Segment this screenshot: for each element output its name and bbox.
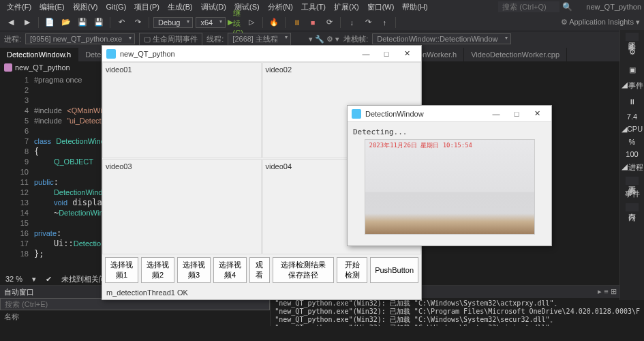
events-label[interactable]: ◢事件 [621,80,643,91]
frame-select[interactable]: DetectionWindow::DetectionWindow [372,33,510,44]
lifecycle-label[interactable]: ▢ 生命周期事件 [139,33,202,46]
video-cell-3[interactable]: video03 [102,159,262,255]
start-detection-button[interactable]: 开始检测 [337,257,367,283]
watch-button[interactable]: 观看 [249,257,269,283]
menu-ext[interactable]: 扩展(X) [330,1,363,14]
qt-icon [106,49,116,59]
new-file-icon[interactable]: 📄 [43,16,57,29]
save-icon[interactable]: 💾 [76,16,89,29]
button-row: 选择视频1 选择视频2 选择视频3 选择视频4 观看 选择检测结果保存路径 开始… [102,254,421,286]
menu-search[interactable]: 🔍 [498,1,572,12]
menu-bar: 文件(F) 编辑(E) 视图(V) Git(G) 项目(P) 生成(B) 调试(… [0,0,644,14]
nav-fwd-icon[interactable]: ▶ [20,16,34,29]
qt-main-status: m_detectionThread1 OK [102,286,421,299]
right-panel: 诊断工 ⚙ ▣ ◢事件 ⏸ 7.4 ◢CPU % 100 ◢进程 摘要 事件 内… [619,30,644,300]
menu-help[interactable]: 帮助(H) [398,1,431,14]
detection-window[interactable]: DetectionWindow — □ ✕ Detecting... 2023年… [347,105,552,246]
nav-back-icon[interactable]: ◀ [4,16,18,29]
select-video-4-button[interactable]: 选择视频4 [213,257,247,283]
video-feed: 2023年11月26日 星期日 10:15:54 [365,139,535,235]
open-icon[interactable]: 📂 [59,16,73,29]
menu-debug[interactable]: 调试(D) [197,1,230,14]
maximize-button[interactable]: □ [506,107,527,121]
maximize-button[interactable]: □ [376,47,397,61]
process-select[interactable]: [9956] new_QT_python.exe [25,33,135,44]
undo-icon[interactable]: ↶ [114,16,128,29]
proc-label[interactable]: ◢进程 [621,162,643,173]
minimize-button[interactable]: — [356,47,376,61]
step-out-icon[interactable]: ↑ [378,16,391,29]
thread-label: 线程: [206,34,224,44]
tab-detectionwindow-h[interactable]: DetectionWindow.h [0,48,78,61]
restart-icon[interactable]: ⟳ [322,16,336,29]
video-cell-1[interactable]: video01 [102,62,262,158]
process-label: 进程: [4,34,21,44]
frame-label: 堆栈帧: [343,34,368,44]
close-button[interactable]: ✕ [527,107,547,121]
select-video-2-button[interactable]: 选择视频2 [141,257,174,283]
tool-icon[interactable]: ▣ [626,63,639,76]
run-no-debug-icon[interactable]: ▷ [245,16,258,29]
close-button[interactable]: ✕ [397,47,417,61]
select-video-1-button[interactable]: 选择视频1 [105,257,138,283]
push-button[interactable]: PushButton [370,257,418,283]
qt-main-titlebar[interactable]: new_QT_python — □ ✕ [102,46,421,62]
autos-column-name: 名称 [0,310,270,323]
debug-output[interactable]: "new_QT_python.exe"(Win32): 已加载 "C:\Wind… [271,298,644,326]
diagnostics-tab[interactable]: 诊断工 [626,33,639,41]
platform-select[interactable]: x64 [196,17,226,28]
step-into-icon[interactable]: ↓ [345,16,358,29]
memory-tab[interactable]: 内存 [626,203,639,211]
menu-tools[interactable]: 工具(T) [297,1,330,14]
zoom-level[interactable]: 32 % [5,275,22,283]
video-timestamp: 2023年11月26日 星期日 10:15:54 [369,141,473,150]
breadcrumb-project: new_QT_python [15,63,70,72]
search-icon: 🔍 [562,2,572,12]
menu-window[interactable]: 窗口(W) [363,1,399,14]
cpu-label[interactable]: ◢CPU [622,125,643,134]
select-video-3-button[interactable]: 选择视频3 [177,257,211,283]
menu-file[interactable]: 文件(F) [3,1,35,14]
summary-tab[interactable]: 摘要 [626,177,639,185]
detection-title: DetectionWindow [365,110,482,118]
cpu-pct: % [629,138,636,146]
process-bar: 进程: [9956] new_QT_python.exe ▢ 生命周期事件 线程… [0,31,644,46]
settings-icon[interactable]: ⚙ [626,45,639,59]
project-icon [4,63,12,72]
menu-edit[interactable]: 编辑(E) [35,1,69,14]
qt-main-title: new_QT_python [120,50,352,58]
pause-icon-right[interactable]: ⏸ [626,95,639,108]
diag-value: 7.4 [627,113,637,121]
line-gutter: 123456789101112131415161718 [0,74,34,237]
menu-analyze[interactable]: 分析(N) [264,1,297,14]
redo-icon[interactable]: ↷ [131,16,144,29]
menu-view[interactable]: 视图(V) [69,1,102,14]
thread-select[interactable]: [2668] 主线程 [228,33,291,46]
stop-icon[interactable]: ■ [306,16,320,29]
detection-titlebar[interactable]: DetectionWindow — □ ✕ [348,106,551,122]
event-label: 事件 [625,189,640,199]
main-toolbar: ◀ ▶ 📄 📂 💾 💾 ↶ ↷ Debug x64 ▶ 继续(C) ▷ 🔥 ⏸ … [0,14,644,31]
detection-status: Detecting... [353,128,546,136]
hot-reload-icon[interactable]: 🔥 [267,16,281,29]
save-all-icon[interactable]: 💾 [92,16,106,29]
pause-icon[interactable]: ⏸ [290,16,303,29]
config-select[interactable]: Debug [153,17,193,28]
no-issues-icon: ✔ [46,275,52,284]
menu-git[interactable]: Git(G) [102,1,130,12]
qt-icon [352,109,361,119]
menu-build[interactable]: 生成(B) [164,1,197,14]
minimize-button[interactable]: — [486,107,506,121]
select-save-path-button[interactable]: 选择检测结果保存路径 [273,257,335,283]
app-title: new_QT_python [586,3,641,11]
continue-button[interactable]: ▶ 继续(C) [228,16,242,29]
step-over-icon[interactable]: ↷ [361,16,375,29]
tab-videoworker-cpp[interactable]: VideoDetectionWorker.cpp [464,48,567,61]
menu-project[interactable]: 项目(P) [130,1,164,14]
cpu-num: 100 [626,150,638,158]
search-input[interactable] [498,1,559,12]
